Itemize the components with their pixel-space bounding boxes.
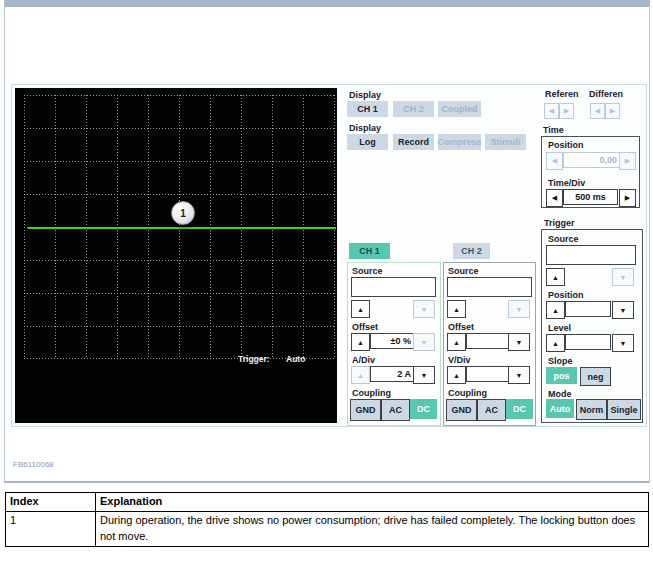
explanation-table: Index Explanation 1 During operation, th… (5, 492, 649, 547)
display-ch2-button[interactable]: CH 2 (393, 101, 434, 117)
index-column-header: Index (6, 493, 96, 512)
ch2-offset-label: Offset (448, 322, 474, 332)
difference-next-button[interactable]: ▶ (605, 103, 620, 119)
ch2-coupling-gnd-button[interactable]: GND (446, 399, 477, 421)
ch1-coupling-dc-button[interactable]: DC (410, 399, 437, 419)
time-position-increase-button[interactable]: ▶ (619, 152, 636, 170)
ch1-coupling-label: Coupling (352, 388, 391, 398)
timediv-field[interactable]: 500 ms (563, 189, 618, 205)
ch2-offset-up-button[interactable]: ▲ (447, 333, 466, 351)
up-arrow-icon: ▲ (552, 307, 559, 314)
ch1-adiv-field[interactable]: 2 A (370, 366, 416, 382)
ch2-coupling-ac-button[interactable]: AC (477, 399, 506, 421)
down-arrow-icon: ▼ (620, 274, 627, 281)
mode-single-button[interactable]: Single (607, 399, 641, 420)
trigger-status-label: Trigger: (238, 354, 270, 364)
timediv-increase-button[interactable]: ▶ (619, 189, 636, 207)
trigger-position-down-button[interactable]: ▼ (612, 301, 634, 319)
down-arrow-icon: ▼ (421, 339, 428, 346)
ch1-coupling-gnd-button[interactable]: GND (350, 399, 381, 421)
trigger-level-label: Level (548, 323, 571, 333)
trigger-source-up-button[interactable]: ▲ (546, 268, 565, 286)
slope-pos-button[interactable]: pos (546, 367, 577, 384)
down-arrow-icon: ▼ (516, 339, 523, 346)
mode-norm-button[interactable]: Norm (576, 399, 607, 420)
display-modes-label: Display (349, 123, 381, 133)
trigger-position-up-button[interactable]: ▲ (546, 301, 565, 319)
ch1-source-label: Source (352, 266, 383, 276)
mode-auto-button[interactable]: Auto (546, 399, 574, 418)
callout-1-marker: 1 (171, 201, 195, 225)
ch2-vdiv-field[interactable] (466, 366, 511, 382)
table-row: 1 During operation, the drive shows no p… (6, 511, 649, 546)
oscilloscope-panel: 1 Trigger: Auto Display CH 1 CH 2 Couple… (11, 84, 647, 427)
ch2-offset-field[interactable] (466, 333, 511, 349)
trigger-level-down-button[interactable]: ▼ (612, 334, 634, 352)
table-header-row: Index Explanation (6, 493, 649, 512)
ch1-source-field[interactable] (351, 277, 436, 297)
scope-grid (15, 88, 337, 423)
ch2-source-field[interactable] (447, 277, 532, 297)
timediv-decrease-button[interactable]: ◀ (546, 189, 563, 207)
display-compress-button[interactable]: Compress (438, 134, 481, 150)
reference-prev-button[interactable]: ◀ (544, 103, 559, 119)
ch1-source-up-button[interactable]: ▲ (351, 300, 370, 318)
trigger-position-field[interactable] (565, 301, 611, 317)
tab-ch2[interactable]: CH 2 (453, 243, 490, 259)
ch1-source-down-button[interactable]: ▼ (413, 300, 435, 318)
manual-page: 1 Trigger: Auto Display CH 1 CH 2 Couple… (0, 0, 653, 563)
display-record-button[interactable]: Record (393, 134, 434, 150)
up-arrow-icon: ▲ (552, 274, 559, 281)
up-arrow-icon: ▲ (357, 339, 364, 346)
up-arrow-icon: ▲ (357, 372, 364, 379)
reference-next-button[interactable]: ▶ (559, 103, 574, 119)
down-arrow-icon: ▼ (516, 372, 523, 379)
right-arrow-icon: ▶ (610, 107, 615, 115)
timediv-label: Time/Div (548, 178, 585, 188)
ch2-vdiv-label: V/Div (448, 355, 471, 365)
ch2-vdiv-down-button[interactable]: ▼ (508, 366, 530, 384)
ch1-offset-up-button[interactable]: ▲ (351, 333, 370, 351)
trigger-source-down-button[interactable]: ▼ (612, 268, 634, 286)
display-log-button[interactable]: Log (347, 134, 388, 150)
tab-ch1[interactable]: CH 1 (349, 243, 390, 259)
time-position-label: Position (548, 140, 584, 150)
ch2-vdiv-up-button[interactable]: ▲ (447, 366, 466, 384)
figure-frame: 1 Trigger: Auto Display CH 1 CH 2 Couple… (4, 0, 650, 483)
ch1-offset-label: Offset (352, 322, 378, 332)
right-arrow-icon: ▶ (625, 194, 630, 202)
explanation-column-header: Explanation (96, 493, 649, 512)
difference-label: Differen (589, 89, 623, 99)
time-label: Time (543, 125, 564, 135)
slope-neg-button[interactable]: neg (580, 367, 611, 386)
trigger-group: Source ▲ ▼ Position ▲ ▼ Level ▲ ▼ S (541, 229, 643, 423)
trigger-source-label: Source (548, 234, 579, 244)
trigger-label: Trigger (544, 218, 575, 228)
down-arrow-icon: ▼ (620, 307, 627, 314)
trigger-level-up-button[interactable]: ▲ (546, 334, 565, 352)
down-arrow-icon: ▼ (516, 306, 523, 313)
left-arrow-icon: ◀ (549, 107, 554, 115)
trigger-source-field[interactable] (546, 245, 636, 265)
trigger-level-field[interactable] (565, 334, 611, 350)
ch2-coupling-dc-button[interactable]: DC (506, 399, 533, 419)
ch1-coupling-ac-button[interactable]: AC (381, 399, 410, 421)
difference-prev-button[interactable]: ◀ (590, 103, 605, 119)
ch1-adiv-up-button[interactable]: ▲ (351, 366, 370, 384)
ch1-panel: Source ▲ ▼ Offset ▲ ±0 % ▼ A/Div ▲ 2 A ▼ (347, 262, 441, 426)
time-position-field[interactable]: 0,00 (563, 152, 622, 168)
ch1-offset-down-button[interactable]: ▼ (413, 333, 435, 351)
ch1-adiv-down-button[interactable]: ▼ (413, 366, 435, 384)
display-coupled-button[interactable]: Coupled (438, 101, 481, 117)
ch1-adiv-label: A/Div (352, 355, 375, 365)
up-arrow-icon: ▲ (453, 306, 460, 313)
left-arrow-icon: ◀ (552, 157, 557, 165)
ch2-source-up-button[interactable]: ▲ (447, 300, 466, 318)
ch2-source-down-button[interactable]: ▼ (508, 300, 530, 318)
time-position-decrease-button[interactable]: ◀ (546, 152, 563, 170)
ch2-offset-down-button[interactable]: ▼ (508, 333, 530, 351)
ch1-offset-field[interactable]: ±0 % (370, 333, 416, 349)
display-stimuli-button[interactable]: Stimuli (485, 134, 526, 150)
display-ch1-button[interactable]: CH 1 (347, 101, 388, 117)
figure-code: FB6110068 (13, 460, 54, 469)
